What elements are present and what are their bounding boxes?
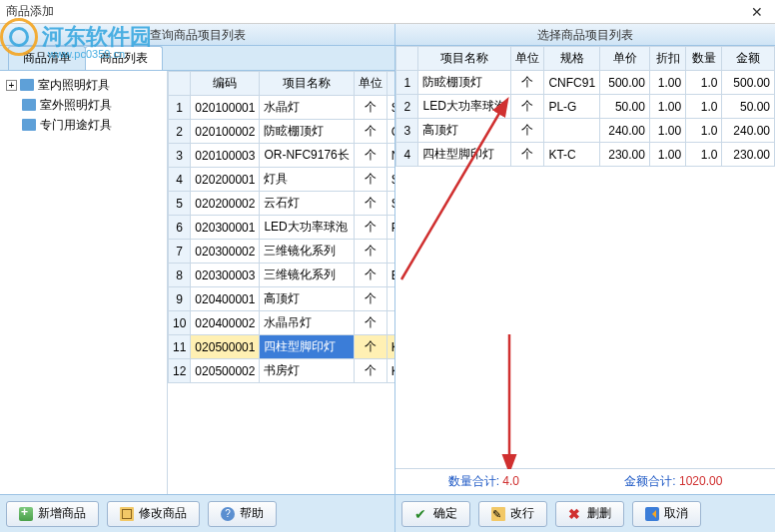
- title-bar: 商品添加 ✕: [0, 0, 775, 24]
- cancel-button[interactable]: 取消: [632, 501, 701, 527]
- table-row[interactable]: 9020400001高顶灯个: [169, 287, 395, 311]
- qty-total-label: 数量合计:: [448, 474, 499, 488]
- table-row[interactable]: 11020500001四柱型脚印灯个KT-C: [169, 335, 395, 359]
- add-product-button[interactable]: 新增商品: [6, 501, 99, 527]
- tree-item[interactable]: 室外照明灯具: [4, 95, 163, 115]
- right-button-bar: 确定 改行 删删 取消: [395, 494, 775, 532]
- ok-button[interactable]: 确定: [401, 501, 470, 527]
- column-header[interactable]: 项目名称: [260, 72, 354, 96]
- window-title: 商品添加: [6, 3, 745, 20]
- column-header[interactable]: 规格: [387, 72, 394, 96]
- table-row[interactable]: 12020500002书房灯个KT-B: [169, 359, 395, 383]
- folder-icon: [20, 79, 34, 91]
- help-button[interactable]: 帮助: [208, 501, 277, 527]
- table-row[interactable]: 5020200002云石灯个SMYS-: [169, 192, 395, 216]
- column-header[interactable]: 折扣: [649, 47, 685, 71]
- column-header[interactable]: 数量: [686, 47, 722, 71]
- folder-icon: [22, 99, 36, 111]
- selected-product-grid[interactable]: 项目名称单位规格单价折扣数量金额 1防眩棚顶灯个CNFC91500.001.00…: [395, 46, 775, 167]
- edit-product-button[interactable]: 修改商品: [107, 501, 200, 527]
- tabs-bar: 商品清单 商品列表: [0, 46, 394, 70]
- table-row[interactable]: 10020400002水晶吊灯个: [169, 311, 395, 335]
- amt-total-label: 金额合计:: [624, 474, 675, 488]
- folder-icon: [22, 119, 36, 131]
- column-header[interactable]: [396, 47, 418, 71]
- left-panel-header: 查询商品项目列表: [0, 24, 394, 46]
- column-header[interactable]: 项目名称: [418, 47, 510, 71]
- tree-label: 室外照明灯具: [40, 97, 112, 114]
- column-header[interactable]: 单位: [510, 47, 544, 71]
- tree-label: 室内照明灯具: [38, 77, 110, 94]
- check-icon: [414, 507, 428, 521]
- column-header[interactable]: 单价: [600, 47, 650, 71]
- column-header[interactable]: 金额: [722, 47, 775, 71]
- table-row[interactable]: 8020300003三维镜化系列个BDL: [169, 264, 395, 287]
- column-header[interactable]: 编码: [191, 72, 260, 96]
- table-row[interactable]: 6020300001LED大功率球泡个PL-G: [169, 216, 395, 240]
- edit-row-icon: [491, 507, 505, 521]
- column-header[interactable]: [169, 72, 191, 96]
- modify-row-button[interactable]: 改行: [478, 501, 547, 527]
- cancel-icon: [645, 507, 659, 521]
- query-product-grid[interactable]: 编码项目名称单位规格 1020100001水晶灯个SMSJ-2020100002…: [168, 71, 394, 383]
- right-panel-header: 选择商品项目列表: [395, 24, 775, 46]
- add-icon: [19, 507, 33, 521]
- left-button-bar: 新增商品 修改商品 帮助: [0, 494, 394, 532]
- table-row[interactable]: 7020300002三维镜化系列个: [169, 240, 395, 264]
- table-row[interactable]: 1防眩棚顶灯个CNFC91500.001.001.0500.00: [396, 71, 775, 95]
- tree-label: 专门用途灯具: [40, 117, 112, 134]
- table-row[interactable]: 4四柱型脚印灯个KT-C230.001.001.0230.00: [396, 143, 775, 167]
- table-row[interactable]: 2LED大功率球泡个PL-G50.001.001.050.00: [396, 95, 775, 119]
- close-icon[interactable]: ✕: [745, 4, 769, 20]
- expand-icon[interactable]: +: [6, 80, 17, 91]
- table-row[interactable]: 4020200001灯具个SMKF-: [169, 168, 395, 192]
- table-row[interactable]: 3020100003OR-NFC9176长个NFC91: [169, 144, 395, 168]
- category-tree: + 室内照明灯具 室外照明灯具 专门用途灯具: [0, 71, 168, 494]
- table-row[interactable]: 1020100001水晶灯个SMSJ-: [169, 96, 395, 120]
- column-header[interactable]: 规格: [544, 47, 600, 71]
- tree-item[interactable]: + 室内照明灯具: [4, 75, 163, 95]
- help-icon: [221, 507, 235, 521]
- qty-total-value: 4.0: [502, 474, 519, 488]
- table-row[interactable]: 3高顶灯个240.001.001.0240.00: [396, 119, 775, 143]
- delete-icon: [568, 507, 582, 521]
- edit-icon: [120, 507, 134, 521]
- tree-item[interactable]: 专门用途灯具: [4, 115, 163, 135]
- delete-button[interactable]: 删删: [555, 501, 624, 527]
- tab-product-items[interactable]: 商品列表: [85, 46, 163, 70]
- tab-product-list[interactable]: 商品清单: [8, 46, 86, 70]
- table-row[interactable]: 2020100002防眩棚顶灯个CNFC9: [169, 120, 395, 144]
- totals-bar: 数量合计: 4.0 金额合计: 1020.00: [395, 468, 775, 494]
- column-header[interactable]: 单位: [354, 72, 387, 96]
- amt-total-value: 1020.00: [679, 474, 722, 488]
